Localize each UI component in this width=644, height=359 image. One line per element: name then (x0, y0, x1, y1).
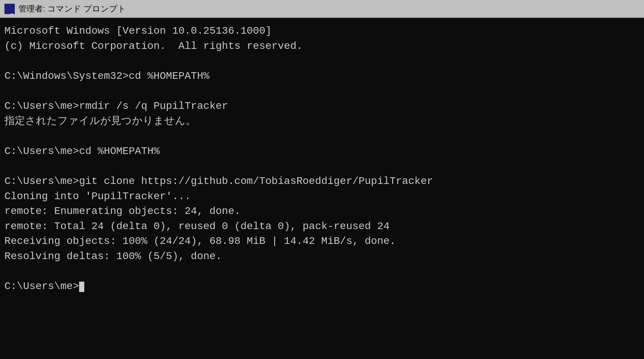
cursor (79, 282, 84, 292)
empty-line (4, 54, 640, 69)
line: Receiving objects: 100% (24/24), 68.98 M… (4, 234, 640, 249)
terminal-body[interactable]: Microsoft Windows [Version 10.0.25136.10… (0, 18, 644, 359)
title-bar: _ 管理者: コマンド プロンプト (0, 0, 644, 18)
svg-rect-3 (6, 11, 10, 12)
line: Resolving deltas: 100% (5/5), done. (4, 249, 640, 264)
line: Microsoft Windows [Version 10.0.25136.10… (4, 24, 640, 39)
line: Cloning into 'PupilTracker'... (4, 189, 640, 204)
empty-line (4, 129, 640, 144)
empty-line (4, 264, 640, 279)
line: remote: Total 24 (delta 0), reused 0 (de… (4, 219, 640, 234)
line: C:\Users\me>git clone https://github.com… (4, 174, 640, 189)
empty-line (4, 159, 640, 174)
empty-line (4, 84, 640, 99)
line: C:\Users\me>cd %HOMEPATH% (4, 144, 640, 159)
svg-text:_: _ (10, 9, 13, 14)
line: remote: Enumerating objects: 24, done. (4, 204, 640, 219)
title-bar-text: 管理者: コマンド プロンプト (18, 3, 126, 14)
cmd-icon: _ (4, 4, 15, 14)
line: C:\Users\me> (4, 279, 640, 294)
svg-rect-2 (6, 9, 9, 10)
line: C:\Windows\System32>cd %HOMEPATH% (4, 69, 640, 84)
line: C:\Users\me>rmdir /s /q PupilTracker (4, 99, 640, 114)
svg-rect-1 (6, 6, 11, 7)
line: (c) Microsoft Corporation. All rights re… (4, 39, 640, 54)
line: 指定されたファイルが見つかりません。 (4, 114, 640, 129)
